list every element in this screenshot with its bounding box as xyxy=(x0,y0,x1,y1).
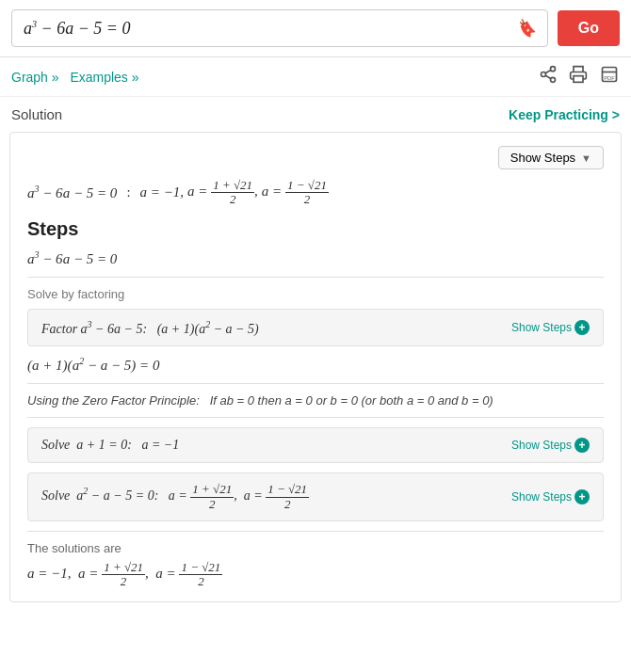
answer-a3: a = 1 − √21 2 xyxy=(262,179,329,207)
solve1-plus-icon: + xyxy=(574,438,590,453)
solve-by-text: Solve by factoring xyxy=(27,287,604,301)
nav-links: Graph » Examples » xyxy=(11,70,139,85)
svg-line-3 xyxy=(545,75,551,78)
top-bar: a3 − 6a − 5 = 0 🔖 Go xyxy=(0,0,631,57)
factored-equation: (a + 1)(a2 − a − 5) = 0 xyxy=(27,356,604,374)
answer-expression: a3 − 6a − 5 = 0 xyxy=(27,184,117,201)
svg-point-0 xyxy=(551,67,556,72)
factor-step-box: Factor a3 − 6a − 5: (a + 1)(a2 − a − 5) … xyxy=(27,309,604,347)
keep-practicing-link[interactable]: Keep Practicing > xyxy=(509,107,620,122)
zero-factor-text: Using the Zero Factor Principle: If ab =… xyxy=(27,393,604,408)
main-content: Show Steps ▼ a3 − 6a − 5 = 0 : a = −1, a… xyxy=(9,132,622,602)
show-steps-button[interactable]: Show Steps ▼ xyxy=(498,146,604,169)
answer-a1: a = −1, xyxy=(140,184,185,200)
expression-display: a3 − 6a − 5 = 0 xyxy=(24,19,130,39)
svg-text:PDF: PDF xyxy=(604,75,615,81)
factor-step-content: Factor a3 − 6a − 5: (a + 1)(a2 − a − 5) xyxy=(41,319,259,337)
nav-separator xyxy=(61,70,69,85)
colon: : xyxy=(126,184,130,200)
equation-display: a3 − 6a − 5 = 0 xyxy=(27,249,604,267)
factor-show-steps[interactable]: Show Steps + xyxy=(511,320,590,335)
solve2-step-box: Solve a2 − a − 5 = 0: a = 1 + √21 2 , a … xyxy=(27,472,604,521)
divider-4 xyxy=(27,531,604,532)
doc-icon[interactable]: PDF xyxy=(599,65,620,88)
solutions-label: The solutions are xyxy=(27,541,604,555)
answer-a2: a = 1 + √21 2 , xyxy=(187,179,258,207)
factor-plus-icon: + xyxy=(574,320,590,335)
print-icon[interactable] xyxy=(569,65,588,88)
solve1-show-steps-label: Show Steps xyxy=(511,439,572,452)
svg-point-1 xyxy=(542,72,546,77)
svg-rect-5 xyxy=(574,76,583,83)
nav-bar: Graph » Examples » PDF xyxy=(0,57,631,97)
share-icon[interactable] xyxy=(539,65,558,88)
svg-line-4 xyxy=(545,70,551,72)
solve2-show-steps[interactable]: Show Steps + xyxy=(511,489,590,504)
final-answer: a = −1, a = 1 + √21 2 , a = 1 − √21 2 xyxy=(27,561,604,589)
zero-factor-label: Using the Zero Factor Principle: xyxy=(27,393,200,408)
bookmark-icon[interactable]: 🔖 xyxy=(515,18,536,39)
factor-show-steps-label: Show Steps xyxy=(511,321,572,334)
answer-line: a3 − 6a − 5 = 0 : a = −1, a = 1 + √21 2 … xyxy=(27,179,604,207)
solve2-plus-icon: + xyxy=(574,489,590,504)
expression-input[interactable]: a3 − 6a − 5 = 0 🔖 xyxy=(11,9,548,47)
divider-1 xyxy=(27,277,604,278)
show-steps-bar: Show Steps ▼ xyxy=(27,146,604,169)
solution-label: Solution xyxy=(11,106,62,122)
show-steps-label: Show Steps xyxy=(510,151,575,165)
solve1-step-box: Solve a + 1 = 0: a = −1 Show Steps + xyxy=(27,427,604,463)
solve2-show-steps-label: Show Steps xyxy=(511,490,572,504)
solution-header: Solution Keep Practicing > xyxy=(0,97,631,128)
steps-heading: Steps xyxy=(27,218,604,240)
divider-2 xyxy=(27,383,604,384)
solve1-show-steps[interactable]: Show Steps + xyxy=(511,438,590,453)
show-steps-arrow: ▼ xyxy=(581,152,591,164)
examples-link[interactable]: Examples » xyxy=(70,70,138,85)
go-button[interactable]: Go xyxy=(558,10,620,46)
graph-link[interactable]: Graph » xyxy=(11,70,59,85)
solve1-content: Solve a + 1 = 0: a = −1 xyxy=(41,438,179,453)
solve2-content: Solve a2 − a − 5 = 0: a = 1 + √21 2 , a … xyxy=(41,483,309,511)
svg-point-2 xyxy=(551,77,556,82)
divider-3 xyxy=(27,417,604,418)
nav-icons: PDF xyxy=(539,65,620,88)
